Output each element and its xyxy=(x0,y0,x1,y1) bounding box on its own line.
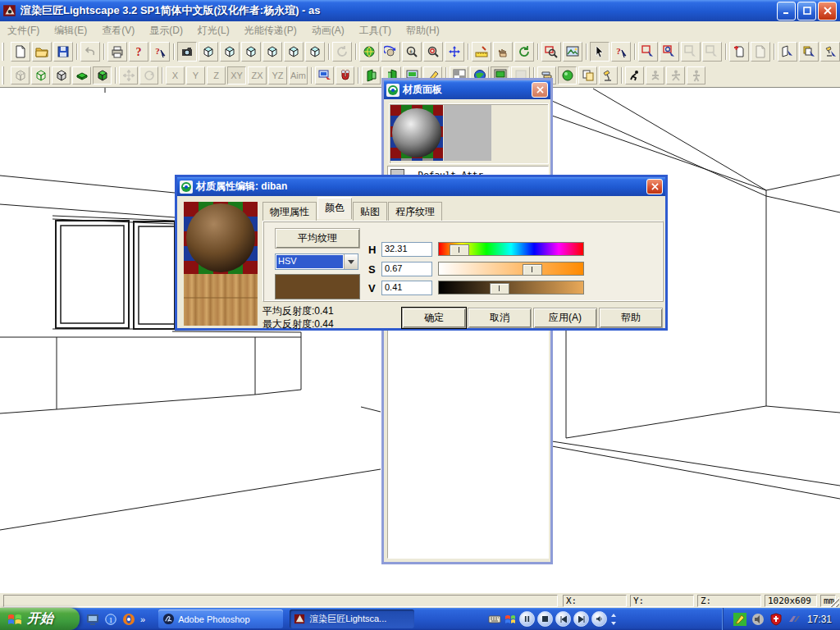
tray-volume-icon[interactable] xyxy=(751,613,765,626)
dialog-button-3[interactable]: 应用(A) xyxy=(533,308,597,328)
quicklaunch-overflow-chevron[interactable]: » xyxy=(140,614,145,624)
view-top-button[interactable] xyxy=(284,42,304,62)
quicklaunch-desktop-icon[interactable] xyxy=(86,613,99,626)
measure-tool-button[interactable] xyxy=(472,42,491,62)
tray-lightscape-icon[interactable] xyxy=(733,613,746,626)
new-document-button[interactable] xyxy=(11,42,30,62)
textured-mode-button[interactable] xyxy=(93,66,112,84)
menu-3[interactable]: 查看(V) xyxy=(94,22,142,39)
hidden-line-mode-button[interactable] xyxy=(52,66,71,84)
view-back-button[interactable] xyxy=(220,42,240,62)
val-gradient-bar[interactable] xyxy=(438,281,584,294)
sat-gradient-bar[interactable] xyxy=(438,262,584,276)
toolbar-grip[interactable] xyxy=(2,43,10,61)
resize-grip[interactable] xyxy=(829,596,839,607)
tab-颜色[interactable]: 颜色 xyxy=(317,198,352,219)
tray-ime-icon[interactable] xyxy=(788,613,801,626)
wmp-next-button[interactable] xyxy=(573,611,589,627)
properties-close-icon[interactable] xyxy=(646,179,663,194)
menu-6[interactable]: 光能传递(P) xyxy=(237,22,304,39)
val-slider-thumb[interactable] xyxy=(490,283,509,294)
add-to-model-button[interactable] xyxy=(729,42,749,62)
wmp-previous-button[interactable] xyxy=(555,611,571,627)
turn-tool-button[interactable] xyxy=(514,42,534,62)
tray-antivirus-icon[interactable] xyxy=(769,613,783,626)
pan-tool-button[interactable] xyxy=(445,42,464,62)
duplicate-material-button[interactable] xyxy=(578,66,597,84)
zoom-tool-button[interactable]: ± xyxy=(402,42,422,62)
menu-8[interactable]: 工具(T) xyxy=(352,22,399,39)
select-tool-button[interactable] xyxy=(590,42,609,62)
query-tool-button[interactable]: ? xyxy=(611,42,631,62)
save-file-button[interactable] xyxy=(53,42,73,62)
menu-5[interactable]: 灯光(L) xyxy=(190,22,237,39)
tab-贴图[interactable]: 贴图 xyxy=(353,202,387,221)
start-button[interactable]: 开始 xyxy=(0,608,80,630)
menu-9[interactable]: 帮助(H) xyxy=(399,22,447,39)
dialog-button-1[interactable]: 确定 xyxy=(402,308,466,328)
luminaires-panel-button[interactable] xyxy=(599,66,618,84)
menu-7[interactable]: 动画(A) xyxy=(304,22,352,39)
help-topics-button[interactable]: ? xyxy=(129,42,148,62)
hue-slider-thumb[interactable] xyxy=(450,244,469,256)
color-model-combo[interactable]: HSV xyxy=(275,253,358,270)
zoom-window-button[interactable] xyxy=(541,42,561,62)
outline-mode-button[interactable] xyxy=(31,66,50,84)
quicklaunch-browser-icon[interactable]: 1 xyxy=(104,613,117,626)
query-surface-button[interactable] xyxy=(778,42,797,62)
spin-tool-button[interactable] xyxy=(381,42,400,62)
zoom-selected-button[interactable] xyxy=(660,42,679,62)
input-V[interactable]: 0.41 xyxy=(381,281,432,295)
close-button[interactable] xyxy=(818,2,837,21)
open-file-button[interactable] xyxy=(32,42,52,62)
task-button-1[interactable]: Adobe Photoshop xyxy=(158,609,283,628)
image-view-button[interactable] xyxy=(563,42,582,62)
toolbar-grip[interactable] xyxy=(2,66,10,84)
menu-4[interactable]: 显示(D) xyxy=(142,22,190,39)
tab-物理属性[interactable]: 物理属性 xyxy=(262,202,317,221)
zoom-to-selection-button[interactable] xyxy=(638,42,658,62)
snap-toggle-button[interactable] xyxy=(336,66,354,84)
chevron-down-icon[interactable] xyxy=(344,254,358,269)
menu-2[interactable]: 编辑(E) xyxy=(47,22,94,39)
wmp-volume-button[interactable] xyxy=(591,611,607,627)
snap-settings-button[interactable] xyxy=(315,66,334,84)
zoom-extents-button[interactable] xyxy=(423,42,443,62)
sat-slider-thumb[interactable] xyxy=(523,264,542,276)
wmp-flag-icon[interactable] xyxy=(504,613,517,626)
deskband-expand-icon[interactable] xyxy=(609,613,618,626)
perspective-view-button[interactable] xyxy=(177,42,197,62)
walk-tool-button[interactable] xyxy=(493,42,513,62)
materials-panel-button[interactable] xyxy=(558,66,577,84)
input-H[interactable]: 32.31 xyxy=(381,242,432,257)
input-S[interactable]: 0.67 xyxy=(381,262,432,276)
view-left-button[interactable] xyxy=(241,42,261,62)
wmp-pause-button[interactable] xyxy=(519,611,535,627)
orbit-tool-button[interactable] xyxy=(359,42,379,62)
average-texture-button[interactable]: 平均纹理 xyxy=(275,228,360,249)
maximize-button[interactable] xyxy=(797,2,816,21)
menu-1[interactable]: 文件(F) xyxy=(0,22,47,39)
shaded-mode-button[interactable] xyxy=(72,66,91,84)
query-luminaire-button[interactable] xyxy=(820,42,840,62)
task-button-2[interactable]: 渲染巨匠Lightsca... xyxy=(290,609,414,628)
properties-titlebar[interactable]: 材质属性编辑: diban xyxy=(177,177,665,196)
material-panel-titlebar[interactable]: 材质面板 xyxy=(384,80,550,99)
view-bottom-button[interactable] xyxy=(305,42,325,62)
plane-xy-button[interactable]: XY xyxy=(227,66,246,84)
wmp-stop-button[interactable] xyxy=(537,611,553,627)
context-help-button[interactable]: ? xyxy=(150,42,170,62)
query-block-button[interactable] xyxy=(799,42,819,62)
material-panel-close-icon[interactable] xyxy=(532,82,548,98)
person-crouch-button[interactable] xyxy=(625,66,644,84)
view-right-button[interactable] xyxy=(262,42,282,62)
keyboard-layout-icon[interactable] xyxy=(488,613,501,626)
print-button[interactable] xyxy=(107,42,127,62)
view-front-button[interactable] xyxy=(199,42,218,62)
dialog-button-2[interactable]: 取消 xyxy=(468,308,532,328)
dialog-button-4[interactable]: 帮助 xyxy=(599,308,663,328)
surface-processing-button[interactable] xyxy=(362,66,381,84)
minimize-button[interactable] xyxy=(777,2,796,21)
quicklaunch-media-player-icon[interactable] xyxy=(122,613,135,626)
tab-程序纹理[interactable]: 程序纹理 xyxy=(388,202,442,221)
